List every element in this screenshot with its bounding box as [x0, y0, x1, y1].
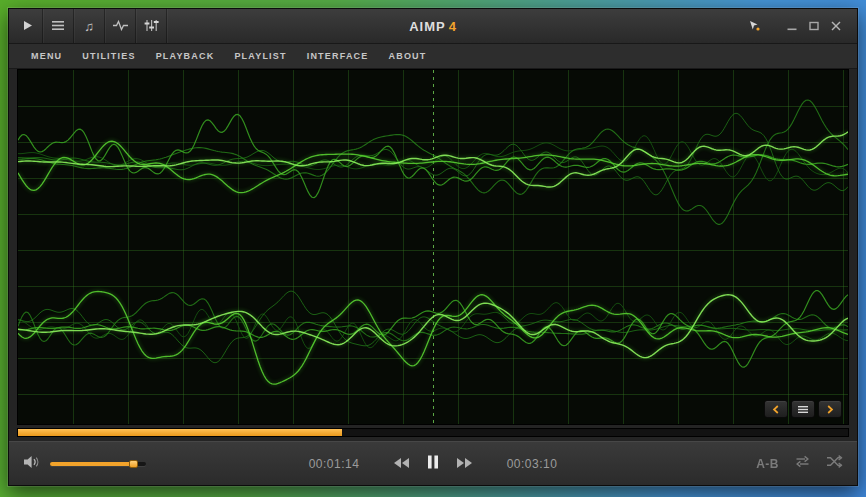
desktop-background: ♫ [0, 0, 866, 497]
menu-item-playback[interactable]: PLAYBACK [146, 44, 225, 68]
total-time: 00:03:10 [504, 457, 560, 471]
rewind-button[interactable] [393, 455, 410, 473]
volume-group [23, 455, 146, 473]
chevron-left-icon [772, 400, 780, 418]
control-bar: 00:01:14 [9, 441, 857, 485]
viz-list-button[interactable] [791, 400, 815, 418]
visualization-area[interactable] [17, 69, 849, 425]
equalizer-button[interactable] [136, 9, 167, 43]
menu-item-playlist[interactable]: PLAYLIST [224, 44, 296, 68]
aimp-window: ♫ [8, 8, 858, 486]
speaker-icon [23, 455, 41, 473]
playlist-icon [52, 17, 64, 35]
maximize-icon [809, 17, 819, 35]
menu-item-utilities[interactable]: UTILITIES [72, 44, 145, 68]
quick-access-icon [749, 17, 760, 35]
close-button[interactable] [825, 15, 847, 37]
volume-fill [50, 462, 134, 466]
fast-forward-icon [456, 455, 473, 473]
viz-prev-button[interactable] [764, 400, 788, 418]
menubar: MENU UTILITIES PLAYBACK PLAYLIST INTERFA… [9, 44, 857, 69]
pause-icon [427, 455, 439, 473]
menu-item-about[interactable]: ABOUT [379, 44, 437, 68]
shuffle-button[interactable] [826, 454, 843, 473]
mute-button[interactable] [23, 455, 41, 473]
music-library-button[interactable]: ♫ [74, 9, 105, 43]
playlist-toggle-button[interactable] [43, 9, 74, 43]
repeat-icon [794, 454, 811, 473]
playback-mode-controls: A-B [756, 454, 843, 473]
rewind-icon [393, 455, 410, 473]
window-controls [743, 15, 857, 37]
app-name: AIMP [409, 19, 446, 34]
oscilloscope-canvas[interactable] [18, 70, 848, 424]
viz-next-button[interactable] [818, 400, 842, 418]
menu-item-menu[interactable]: MENU [21, 44, 72, 68]
play-icon [22, 17, 33, 35]
quick-access-button[interactable] [743, 15, 765, 37]
fast-forward-button[interactable] [456, 455, 473, 473]
visualization-toggle-button[interactable] [105, 9, 136, 43]
list-icon [798, 400, 808, 418]
close-icon [831, 17, 841, 35]
ab-repeat-button[interactable]: A-B [756, 457, 779, 471]
volume-thumb[interactable] [129, 460, 138, 468]
progress-fill [18, 429, 342, 436]
volume-slider[interactable] [50, 458, 146, 470]
window-title: AIMP4 [409, 19, 457, 34]
titlebar[interactable]: ♫ [9, 9, 857, 44]
visualization-nav [764, 400, 842, 418]
app-version: 4 [449, 19, 457, 34]
pause-button[interactable] [427, 455, 439, 473]
seek-bar[interactable] [17, 428, 849, 437]
shuffle-icon [826, 454, 843, 473]
maximize-button[interactable] [803, 15, 825, 37]
chevron-right-icon [826, 400, 834, 418]
titlebar-toolbar: ♫ [9, 9, 167, 43]
transport-controls: 00:01:14 [306, 455, 560, 473]
play-button-titlebar[interactable] [12, 9, 43, 43]
waveform-icon [113, 17, 128, 35]
repeat-button[interactable] [794, 454, 811, 473]
minimize-button[interactable] [781, 15, 803, 37]
minimize-icon [787, 17, 797, 35]
menu-item-interface[interactable]: INTERFACE [297, 44, 379, 68]
equalizer-icon [144, 17, 159, 35]
music-note-icon: ♫ [84, 20, 94, 33]
elapsed-time: 00:01:14 [306, 457, 362, 471]
